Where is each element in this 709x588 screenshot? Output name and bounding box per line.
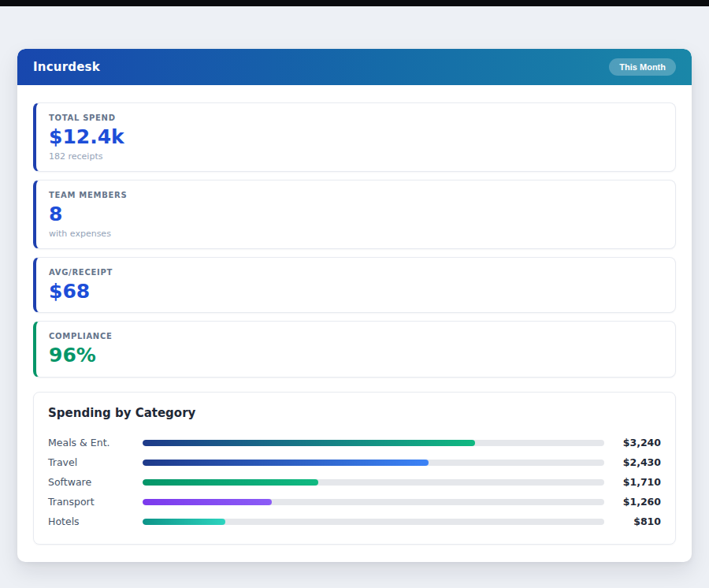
stat-value: 8 [49, 203, 663, 226]
bar-fill-travel [143, 460, 429, 466]
app-header: Incurdesk This Month [17, 49, 692, 85]
spending-card-title: Spending by Category [48, 406, 661, 420]
category-amount: $1,710 [604, 476, 661, 488]
category-label: Travel [48, 456, 143, 468]
bar-fill-transport [143, 499, 272, 505]
bar-fill-meals [143, 440, 475, 446]
stat-card-total-spend: TOTAL SPEND $12.4k 182 receipts [33, 102, 676, 172]
category-amount: $3,240 [604, 437, 661, 448]
bar-fill-software [143, 479, 318, 486]
category-label: Meals & Ent. [48, 437, 143, 448]
category-label: Transport [48, 496, 143, 508]
stat-value: $12.4k [49, 126, 663, 149]
spend-row-transport: Transport $1,260 [48, 492, 661, 512]
stat-label: TOTAL SPEND [49, 114, 663, 122]
stat-subtext: 182 receipts [49, 151, 663, 162]
bar-fill-hotels [143, 519, 225, 525]
spend-row-meals: Meals & Ent. $3,240 [48, 433, 661, 452]
top-bar [0, 0, 709, 6]
stat-value: 96% [49, 344, 663, 367]
stat-label: TEAM MEMBERS [49, 191, 663, 199]
spend-row-travel: Travel $2,430 [48, 452, 661, 472]
app-title: Incurdesk [33, 60, 100, 74]
stat-card-team-members: TEAM MEMBERS 8 with expenses [33, 180, 676, 249]
bar-track [143, 460, 604, 466]
category-amount: $810 [604, 515, 661, 527]
category-amount: $2,430 [604, 456, 661, 468]
bar-track [143, 499, 604, 505]
category-label: Software [48, 476, 143, 488]
bar-track [143, 440, 604, 446]
dashboard-content: TOTAL SPEND $12.4k 182 receipts TEAM MEM… [17, 85, 692, 562]
page-background: Incurdesk This Month TOTAL SPEND $12.4k … [0, 6, 709, 562]
bar-track [143, 479, 604, 486]
stat-subtext: with expenses [49, 229, 663, 239]
stat-label: COMPLIANCE [49, 332, 663, 341]
bar-track [143, 519, 604, 525]
spend-row-software: Software $1,710 [48, 472, 661, 492]
month-filter-badge[interactable]: This Month [609, 58, 676, 76]
category-amount: $1,260 [604, 496, 661, 508]
stat-card-avg-receipt: AVG/RECEIPT $68 [33, 257, 676, 314]
spending-by-category-card: Spending by Category Meals & Ent. $3,240… [33, 392, 676, 545]
stat-card-compliance: COMPLIANCE 96% [33, 321, 676, 378]
spend-row-hotels: Hotels $810 [48, 512, 661, 531]
category-label: Hotels [48, 515, 143, 527]
app-card: Incurdesk This Month TOTAL SPEND $12.4k … [17, 49, 692, 562]
stat-label: AVG/RECEIPT [49, 268, 663, 277]
stat-value: $68 [49, 281, 663, 303]
